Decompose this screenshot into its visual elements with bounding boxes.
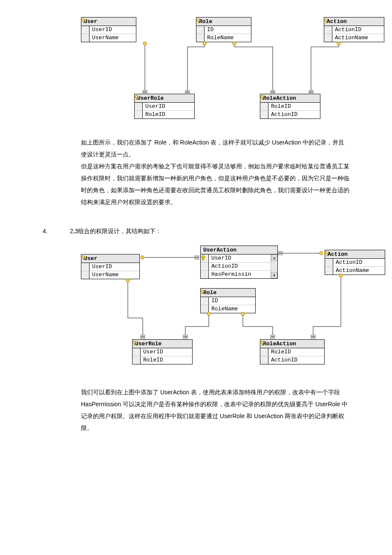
er-diagram-1: User UserID UserName Role ID RoleName Ac… xyxy=(81,17,349,128)
scroll-down-icon[interactable]: ▾ xyxy=(271,272,277,278)
table-title: Role xyxy=(196,17,251,26)
scrollbar[interactable]: ▴ ▾ xyxy=(271,254,277,278)
table-title: User xyxy=(81,17,136,26)
table-title: UserRole xyxy=(135,94,194,103)
table-useraction: UserAction UserID ActionID HasPermissin … xyxy=(200,246,278,279)
heading-text: 2,3组合的权限设计，其结构如下： xyxy=(70,228,161,234)
paragraph-1: 如上图所示，我们在添加了 Role，和 RoleAction 表，这样子就可以减… xyxy=(81,136,349,160)
table-role: Role ID RoleName xyxy=(200,288,256,313)
table-title: UserAction xyxy=(201,246,277,254)
table-roleaction: RoleAction RoleID ActionID xyxy=(260,94,320,119)
table-title: UserRole xyxy=(133,340,192,348)
col: UserID xyxy=(141,348,192,356)
col: ActionID xyxy=(268,356,324,364)
scroll-up-icon[interactable]: ▴ xyxy=(271,254,277,261)
col: ID xyxy=(209,297,255,305)
col: ID xyxy=(205,26,251,34)
table-title: Action xyxy=(325,250,385,259)
col: ActionID xyxy=(333,259,385,267)
table-role: Role ID RoleName xyxy=(196,17,251,42)
col: RoleID xyxy=(268,348,324,356)
table-user: User UserID UserName xyxy=(81,254,140,279)
table-action: Action ActionID ActionName xyxy=(324,17,384,42)
table-roleaction: RoleAction RoleID ActionID xyxy=(260,339,325,364)
col: RoleName xyxy=(205,34,251,42)
col: RoleID xyxy=(268,103,320,111)
col: UserID xyxy=(89,26,136,34)
section-heading: 4. 2,3组合的权限设计，其结构如下： xyxy=(43,225,349,237)
table-title: RoleAction xyxy=(260,94,320,103)
table-userrole: UserRole UserID RoleID xyxy=(132,339,193,364)
table-action: Action ActionID ActionName xyxy=(325,250,385,275)
col: UserName xyxy=(89,271,139,279)
col: ActionID xyxy=(332,26,384,34)
heading-number: 4. xyxy=(43,225,68,237)
paragraph-2: 但是这种方案在用户需求的考验之下也可能显得不够灵活够用，例如当用户要求临时给某位… xyxy=(81,160,349,208)
col: ActionName xyxy=(332,34,384,42)
table-title: User xyxy=(81,254,139,263)
col: RoleID xyxy=(143,111,194,119)
table-title: RoleAction xyxy=(260,340,324,348)
col: RoleName xyxy=(209,305,255,313)
table-userrole: UserRole UserID RoleID xyxy=(134,94,195,119)
col: UserID xyxy=(209,254,271,263)
table-user: User UserID UserName xyxy=(81,17,136,42)
col: RoleID xyxy=(141,356,192,364)
paragraph-3: 我们可以看到在上图中添加了 UserAction 表，使用此表来添加特殊用户的权… xyxy=(81,386,349,434)
er-diagram-2: User UserID UserName UserAction UserID A… xyxy=(81,246,349,378)
col: HasPermissin xyxy=(209,271,271,278)
col: UserID xyxy=(89,263,139,271)
col: ActionID xyxy=(268,111,320,119)
table-title: Role xyxy=(201,289,255,297)
col: ActionID xyxy=(209,263,271,271)
col: ActionName xyxy=(333,267,385,275)
col: UserName xyxy=(89,34,136,42)
table-title: Action xyxy=(324,17,384,26)
col: UserID xyxy=(143,103,194,111)
